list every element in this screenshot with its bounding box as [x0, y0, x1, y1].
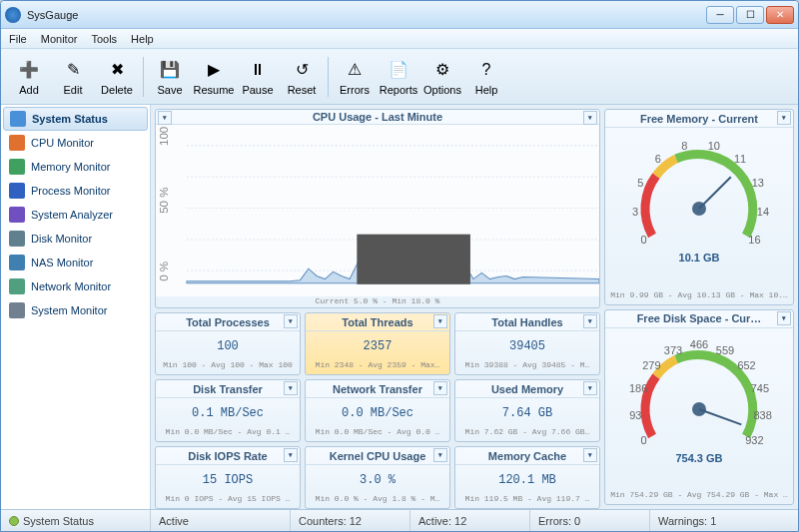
sidebar-item-label: CPU Monitor: [31, 137, 94, 149]
panel-header: Disk Transfer▾: [156, 380, 300, 398]
dropdown-icon[interactable]: ▾: [284, 314, 298, 328]
panel-header: Disk IOPS Rate▾: [156, 447, 300, 465]
tool-label: Help: [475, 84, 498, 96]
edit-button[interactable]: ✎Edit: [51, 53, 95, 101]
titlebar[interactable]: SysGauge ─ ☐ ✕: [1, 1, 798, 29]
dropdown-icon[interactable]: ▾: [433, 381, 447, 395]
delete-button[interactable]: ✖Delete: [95, 53, 139, 101]
svg-text:652: 652: [737, 359, 755, 371]
svg-text:6: 6: [655, 153, 661, 165]
panel-header: ▾ CPU Usage - Last Minute ▾: [156, 110, 599, 125]
svg-text:745: 745: [751, 382, 769, 394]
metric-value: 0.1 MB/Sec: [156, 398, 300, 427]
panel-footer: Min 754.29 GB - Avg 754.29 GB - Max …: [605, 490, 793, 504]
delete-icon: ✖: [105, 58, 129, 82]
svg-text:93: 93: [629, 408, 641, 420]
menu-tools[interactable]: Tools: [91, 33, 117, 45]
tool-label: Pause: [242, 84, 273, 96]
sidebar-item-label: Memory Monitor: [31, 161, 110, 173]
status-counters: Counters: 12: [299, 515, 362, 527]
tool-label: Options: [423, 84, 461, 96]
app-window: SysGauge ─ ☐ ✕ File Monitor Tools Help ➕…: [0, 0, 799, 532]
save-button[interactable]: 💾Save: [148, 53, 192, 101]
status-warnings: Warnings: 1: [658, 515, 716, 527]
dropdown-icon[interactable]: ▾: [583, 381, 597, 395]
status-errors: Errors: 0: [538, 515, 580, 527]
svg-text:373: 373: [664, 343, 682, 355]
menubar: File Monitor Tools Help: [1, 29, 798, 49]
panel-header: Free Disk Space - Cur…▾: [605, 310, 793, 328]
metric-value: 0.0 MB/Sec: [306, 398, 449, 427]
add-button[interactable]: ➕Add: [7, 53, 51, 101]
sidebar-item-system-analyzer[interactable]: System Analyzer: [3, 203, 148, 227]
reports-button[interactable]: 📄Reports: [377, 53, 420, 101]
dropdown-icon[interactable]: ▾: [158, 111, 172, 125]
errors-button[interactable]: ⚠Errors: [333, 53, 377, 101]
panel-header: Total Handles▾: [455, 313, 599, 331]
dropdown-icon[interactable]: ▾: [284, 448, 298, 462]
panel-title: Disk IOPS Rate: [188, 450, 267, 462]
sidebar-item-disk-monitor[interactable]: Disk Monitor: [3, 227, 148, 251]
dropdown-icon[interactable]: ▾: [777, 111, 791, 125]
svg-text:838: 838: [753, 408, 771, 420]
dropdown-icon[interactable]: ▾: [433, 448, 447, 462]
statusbar: System Status Active Counters: 12 Active…: [1, 509, 798, 531]
svg-line-20: [699, 177, 731, 209]
sidebar-item-nas-monitor[interactable]: NAS Monitor: [3, 251, 148, 274]
svg-text:11: 11: [734, 153, 746, 165]
pause-button[interactable]: ⏸Pause: [236, 53, 280, 101]
close-button[interactable]: ✕: [766, 6, 794, 24]
metric-value: 2357: [306, 331, 449, 360]
help-button[interactable]: ?Help: [464, 53, 508, 101]
sidebar-item-system-status[interactable]: System Status: [3, 107, 148, 131]
panel-title: Kernel CPU Usage: [330, 450, 426, 462]
sidebar-item-label: System Status: [32, 113, 108, 125]
sidebar-item-network-monitor[interactable]: Network Monitor: [3, 274, 148, 298]
svg-text:14: 14: [757, 206, 769, 218]
maximize-button[interactable]: ☐: [736, 6, 764, 24]
chart-body: 100 % 50 % 0 %: [156, 125, 599, 296]
panel-header: Network Transfer▾: [306, 380, 449, 398]
status-state: Active: [159, 515, 189, 527]
sidebar-item-cpu-monitor[interactable]: CPU Monitor: [3, 131, 148, 155]
metric-value: 120.1 MB: [455, 465, 599, 494]
resume-button[interactable]: ▶Resume: [192, 53, 236, 101]
panel-footer: Min 7.62 GB - Avg 7.66 GB…: [455, 427, 599, 441]
reports-icon: 📄: [387, 58, 410, 82]
menu-help[interactable]: Help: [131, 33, 154, 45]
dropdown-icon[interactable]: ▾: [777, 311, 791, 325]
reset-button[interactable]: ↺Reset: [280, 53, 324, 101]
dropdown-icon[interactable]: ▾: [583, 111, 597, 125]
sidebar-item-process-monitor[interactable]: Process Monitor: [3, 179, 148, 203]
panel-footer: Min 9.99 GB - Avg 10.13 GB - Max 10.…: [605, 290, 793, 304]
svg-text:16: 16: [748, 234, 760, 246]
panel-header: Used Memory▾: [455, 380, 599, 398]
panel-footer: Current 5.0 % - Min 18.0 %: [156, 296, 599, 307]
sidebar-item-system-monitor[interactable]: System Monitor: [3, 298, 148, 322]
options-button[interactable]: ⚙Options: [420, 53, 464, 101]
svg-text:932: 932: [745, 434, 763, 446]
svg-text:0: 0: [641, 434, 647, 446]
svg-text:0: 0: [641, 234, 647, 246]
dropdown-icon[interactable]: ▾: [583, 448, 597, 462]
sidebar-item-label: System Analyzer: [31, 209, 113, 221]
panel-title: Free Disk Space - Cur…: [637, 312, 762, 324]
svg-text:10.1 GB: 10.1 GB: [679, 252, 720, 264]
svg-text:754.3 GB: 754.3 GB: [675, 452, 722, 464]
panel-footer: Min 2348 - Avg 2359 - Max…: [306, 360, 449, 374]
dropdown-icon[interactable]: ▾: [433, 314, 447, 328]
panel-footer: Min 39388 - Avg 39485 - M…: [455, 360, 599, 374]
dropdown-icon[interactable]: ▾: [583, 314, 597, 328]
sidebar-item-label: Process Monitor: [31, 185, 110, 197]
dropdown-icon[interactable]: ▾: [284, 381, 298, 395]
menu-monitor[interactable]: Monitor: [41, 33, 78, 45]
pause-icon: ⏸: [246, 58, 270, 82]
metric-card-memory-cache: Memory Cache▾120.1 MBMin 119.5 MB - Avg …: [454, 446, 600, 509]
menu-file[interactable]: File: [9, 33, 27, 45]
sidebar-icon: [9, 231, 25, 247]
minimize-button[interactable]: ─: [706, 6, 734, 24]
options-icon: ⚙: [430, 58, 454, 82]
gauge-body: 035681011131416 10.1 GB: [605, 128, 793, 290]
sidebar-item-memory-monitor[interactable]: Memory Monitor: [3, 155, 148, 179]
metric-card-disk-iops-rate: Disk IOPS Rate▾15 IOPSMin 0 IOPS - Avg 1…: [155, 446, 301, 509]
